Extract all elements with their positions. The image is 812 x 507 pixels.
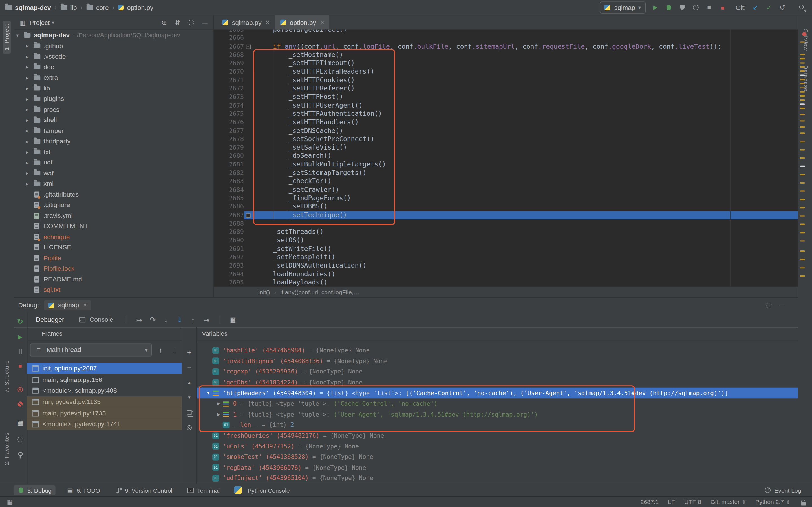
code-line-2673[interactable]: 2673 _setHTTPHost() (214, 93, 798, 101)
caret-position[interactable]: 2687:1 (641, 499, 659, 505)
code-line-2666[interactable]: 2666 (214, 34, 798, 42)
run-to-cursor-icon[interactable] (202, 315, 211, 325)
run-config-selector[interactable]: sqlmap ▾ (600, 2, 645, 13)
stop-icon[interactable] (718, 3, 727, 12)
duplicate-icon[interactable] (185, 407, 194, 417)
sidebar-item-plugins[interactable]: ▸plugins (14, 94, 213, 104)
line-number[interactable]: 2687 (214, 211, 244, 219)
close-icon[interactable]: × (83, 302, 87, 309)
toolwindow-button-5-debug[interactable]: 5: Debug (13, 485, 55, 495)
line-number[interactable]: 2676 (214, 118, 244, 126)
remove-watch-icon[interactable] (185, 363, 194, 372)
chevron-right-icon[interactable]: ▸ (26, 170, 34, 176)
variable-row-len[interactable]: 01__len__ = {int} 2 (197, 420, 798, 431)
tool-strip-project[interactable]: 1: Project (3, 20, 11, 54)
tab-option-py[interactable]: option.py × (275, 15, 329, 30)
rerun-icon[interactable] (15, 317, 25, 326)
variable-row-regexp[interactable]: 01'regexp' (4535295936) = {NoneType} Non… (197, 367, 798, 377)
view-breakpoints-icon[interactable] (15, 385, 25, 394)
sidebar-item-license[interactable]: LICENSE (14, 242, 213, 253)
code-line-2667[interactable]: 2667 if any((conf.url, conf.logFile, con… (214, 42, 798, 51)
chevron-right-icon[interactable]: ▸ (26, 43, 34, 49)
chevron-right-icon[interactable]: ▸ (26, 128, 34, 133)
coverage-icon[interactable] (677, 3, 687, 12)
sidebar-item-pipfile-lock[interactable]: Pipfile.lock (14, 263, 213, 274)
variable-row-regdata[interactable]: 01'regData' (4543966976) = {NoneType} No… (197, 462, 798, 473)
toolwindow-button-6-todo[interactable]: 6: TODO (63, 485, 104, 495)
code-line-2665[interactable]: 2665 parseTargetDirect() (214, 30, 798, 34)
code-line-2693[interactable]: 2693 _setDBMSAuthentication() (214, 262, 798, 270)
variable-row-httpheaders[interactable]: ▼'httpHeaders' (4549448304) = {list} <ty… (197, 388, 798, 398)
chevron-right-icon[interactable]: ▶ (214, 401, 222, 406)
sidebar-item-echnique[interactable]: echnique (14, 231, 213, 242)
settings-icon[interactable] (764, 300, 773, 310)
step-over-icon[interactable] (148, 315, 157, 325)
mute-breakpoints-icon[interactable] (15, 399, 25, 409)
sidebar-item-xml[interactable]: ▸xml (14, 179, 213, 189)
step-into-icon[interactable] (161, 315, 171, 325)
close-icon[interactable]: × (266, 18, 269, 26)
code-line-2692[interactable]: 2692 _setMetasploit() (214, 253, 798, 262)
line-number[interactable]: 2673 (214, 93, 244, 101)
sidebar-item-pipfile[interactable]: Pipfile (14, 252, 213, 263)
chevron-right-icon[interactable]: ▸ (26, 54, 34, 59)
sidebar-item-procs[interactable]: ▸procs (14, 104, 213, 115)
variable-row-freshqueries[interactable]: 01'freshQueries' (4549482176) = {NoneTyp… (197, 431, 798, 441)
code-line-2689[interactable]: 2689 _setThreads() (214, 228, 798, 236)
sidebar-item-udf[interactable]: ▸udf (14, 157, 213, 168)
chevron-right-icon[interactable]: ▸ (26, 181, 34, 186)
sidebar-item-waf[interactable]: ▸waf (14, 168, 213, 179)
project-root[interactable]: ▾sqlmap-dev~/Person/Application/SQLI/sql… (14, 30, 213, 41)
chevron-right-icon[interactable]: ▸ (26, 160, 34, 165)
line-number[interactable]: 2677 (214, 126, 244, 135)
table-view-icon[interactable] (229, 315, 238, 325)
line-number[interactable]: 2678 (214, 135, 244, 144)
line-number[interactable]: 2674 (214, 101, 244, 110)
stop-icon[interactable] (15, 361, 25, 371)
line-number[interactable]: 2683 (214, 177, 244, 186)
code-line-2686[interactable]: 2686 _setDBMS() (214, 203, 798, 211)
sidebar-item-gitattributes[interactable]: .gitattributes (14, 189, 213, 200)
chevron-down-icon[interactable]: ▾ (52, 20, 54, 25)
chevron-right-icon[interactable]: ▸ (26, 138, 34, 144)
interpreter-widget[interactable]: Python 2.7 ⇕ (755, 499, 790, 505)
resume-icon[interactable] (15, 332, 25, 341)
show-watches-icon[interactable] (185, 423, 194, 432)
file-encoding[interactable]: UTF-8 (684, 499, 701, 505)
line-number[interactable]: 2695 (214, 278, 244, 287)
sidebar-item-readme-md[interactable]: README.md (14, 274, 213, 285)
context-statement[interactable]: if any((conf.url, conf.logFile,… (280, 289, 359, 295)
line-number[interactable]: 2690 (214, 236, 244, 244)
collapse-all-icon[interactable] (173, 18, 182, 27)
line-separator[interactable]: LF (668, 499, 675, 505)
update-icon[interactable] (751, 3, 760, 12)
breadcrumb-item-option-py[interactable]: option.py (118, 4, 153, 11)
code-line-2685[interactable]: 2685 _findPageForms() (214, 194, 798, 203)
context-function[interactable]: init() (259, 289, 270, 295)
locate-icon[interactable] (160, 18, 169, 27)
toolwindow-button-python-console[interactable]: Python Console (231, 485, 294, 495)
restore-layout-icon[interactable] (15, 418, 25, 427)
toolwindow-button-event-log[interactable]: Event Log (760, 485, 805, 495)
search-icon[interactable] (798, 3, 807, 12)
show-execution-point-icon[interactable] (135, 315, 144, 325)
code-line-2695[interactable]: 2695 loadPayloads() (214, 278, 798, 287)
move-down-icon[interactable] (185, 393, 194, 402)
code-line-2669[interactable]: 2669 _setHTTPTimeout() (214, 59, 798, 68)
fold-icon[interactable] (244, 42, 252, 51)
variable-row-invalidbignum[interactable]: 01'invalidBignum' (4544088136) = {NoneTy… (197, 356, 798, 367)
line-number[interactable]: 2684 (214, 186, 244, 194)
sidebar-item-tamper[interactable]: ▸tamper (14, 125, 213, 136)
line-number[interactable]: 2691 (214, 244, 244, 253)
line-number[interactable]: 2670 (214, 68, 244, 76)
frame-run-pydevd-py-1135[interactable]: run, pydevd.py:1135 (27, 396, 182, 407)
code-line-2672[interactable]: 2672 _setHTTPReferer() (214, 84, 798, 93)
line-number[interactable]: 2686 (214, 203, 244, 211)
variable-row-1[interactable]: ▶1 = {tuple} <type 'tuple'>: ('User-Agen… (197, 409, 798, 420)
line-number[interactable]: 2689 (214, 228, 244, 236)
toolwindow-button-9-version-control[interactable]: 9: Version Control (111, 485, 176, 495)
fold-icon[interactable] (244, 211, 252, 219)
frame-main-sqlmap-py-156[interactable]: main, sqlmap.py:156 (27, 374, 182, 385)
sidebar-item-doc[interactable]: ▸doc (14, 62, 213, 72)
line-number[interactable]: 2680 (214, 152, 244, 160)
